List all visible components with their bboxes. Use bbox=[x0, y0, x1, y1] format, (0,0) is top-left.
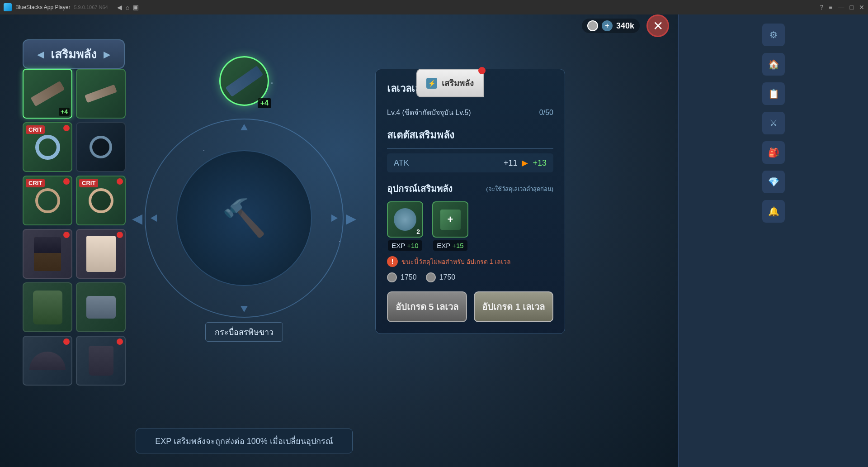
item-shape-gun2 bbox=[85, 85, 117, 103]
right-float-panel[interactable]: ⚡ เสริมพลัง bbox=[416, 69, 484, 97]
item-shape-hat bbox=[29, 352, 66, 370]
bluestacks-bar: BlueStacks App Player 5.9.0.1067 N64 ◀ ⌂… bbox=[0, 0, 868, 14]
item-slot-4[interactable]: CRIT bbox=[23, 176, 72, 225]
game-area: + 340k ✕ ◀ เสริมพลัง ▶ +4 CRIT CR bbox=[0, 14, 678, 467]
item-slot-0[interactable]: +4 bbox=[23, 69, 72, 119]
cost-amount-0: 1750 bbox=[401, 273, 417, 281]
panel-nav-left[interactable]: ◀ bbox=[37, 49, 44, 60]
item-10-badge bbox=[63, 338, 70, 345]
item-2-badge bbox=[63, 125, 70, 131]
weapon-name-tag: กระบื่อสรพิษขาว bbox=[205, 322, 283, 342]
item-11-badge bbox=[117, 338, 123, 345]
upgrade-buttons: อัปเกรด 5 เลเวล อัปเกรด 1 เลเวล bbox=[387, 291, 553, 322]
item-shape-boots bbox=[89, 346, 113, 376]
currency-icon bbox=[587, 20, 598, 31]
right-float-badge bbox=[478, 67, 486, 74]
sidebar-btn-5[interactable]: 💎 bbox=[762, 171, 785, 193]
material-exp-0: EXP +10 bbox=[388, 240, 422, 251]
home-btn[interactable]: ⌂ bbox=[126, 4, 129, 11]
maximize-btn[interactable]: □ bbox=[850, 4, 854, 11]
stat-name: ATK bbox=[394, 158, 499, 168]
warning-row: ! ขนะนี้วัสดุไม่พอสำหรับ อัปเกรด 1 เลเวล bbox=[387, 256, 553, 267]
cost-row: 1750 1750 bbox=[387, 272, 553, 282]
weapon-icon-large[interactable]: +4 bbox=[219, 56, 269, 106]
material-item-0[interactable]: 2 EXP +10 bbox=[387, 201, 423, 251]
item-slot-3[interactable] bbox=[76, 122, 126, 172]
item-4-crit: CRIT bbox=[26, 179, 45, 187]
material-shape-1: + bbox=[440, 210, 461, 230]
app-version: 5.9.0.1067 N64 bbox=[74, 5, 108, 10]
bottom-info-text: EXP เสริมพลังจะถูกส่งต่อ 100% เมื่อเปลี่… bbox=[155, 437, 333, 446]
currency-amount: 340k bbox=[616, 21, 634, 31]
material-icon-0: 2 bbox=[387, 201, 423, 238]
right-panel: เลเวลเสริมพลัง Lv.4 (ขีดจำกัดบัจจุบัน Lv… bbox=[375, 69, 565, 334]
right-float-icon: ⚡ bbox=[426, 78, 437, 89]
weapon-nav-right[interactable]: ▶ bbox=[346, 210, 356, 226]
add-currency-btn[interactable]: + bbox=[602, 20, 613, 31]
item-slot-7[interactable] bbox=[76, 229, 126, 279]
item-slot-6[interactable] bbox=[23, 229, 72, 279]
window-close-btn[interactable]: ✕ bbox=[859, 4, 864, 11]
sidebar-btn-0[interactable]: ⚙ bbox=[762, 24, 785, 46]
materials-row: 2 EXP +10 + EXP +15 bbox=[387, 201, 553, 251]
weapon-level-badge: +4 bbox=[258, 98, 271, 108]
right-sidebar: ⚙ 🏠 📋 ⚔ 🎒 💎 🔔 bbox=[678, 14, 868, 467]
item-shape-char bbox=[34, 237, 61, 271]
sidebar-btn-3[interactable]: ⚔ bbox=[762, 112, 785, 134]
history-btn[interactable]: ▣ bbox=[133, 4, 139, 11]
item-shape-gun bbox=[30, 81, 65, 107]
cost-coin-1 bbox=[426, 272, 436, 282]
materials-header: อุปกรณ์เสริมพลัง (จะใช้วัสดุเลเวลต่ำสุดก… bbox=[387, 181, 553, 196]
level-label: Lv.4 (ขีดจำกัดบัจจุบัน Lv.5) bbox=[387, 107, 471, 118]
stats-section-title: สเตตัสเสริมพลัง bbox=[387, 127, 553, 149]
bluestacks-logo bbox=[4, 3, 12, 11]
sidebar-btn-4[interactable]: 🎒 bbox=[762, 141, 785, 164]
upgrade-5-btn[interactable]: อัปเกรด 5 เลเวล bbox=[387, 291, 467, 322]
menu-btn[interactable]: ≡ bbox=[829, 4, 832, 11]
item-5-badge bbox=[117, 178, 123, 185]
cost-item-0: 1750 bbox=[387, 272, 417, 282]
stat-row-atk: ATK +11 ▶ +13 bbox=[387, 153, 553, 172]
panel-nav-right[interactable]: ▶ bbox=[104, 49, 110, 60]
item-slot-10[interactable] bbox=[23, 336, 72, 386]
panel-title-bar: ◀ เสริมพลัง ▶ bbox=[23, 39, 125, 69]
app-title: BlueStacks App Player bbox=[15, 4, 70, 10]
item-slot-5[interactable]: CRIT bbox=[76, 176, 126, 225]
item-0-level: +4 bbox=[59, 108, 70, 116]
item-slot-1[interactable] bbox=[76, 69, 126, 119]
panel-close-btn[interactable]: ✕ bbox=[646, 14, 669, 37]
weapon-display: +4 🔨 ◀ ▶ กระบื่อสรพิษขาว bbox=[136, 69, 353, 367]
cost-coin-0 bbox=[387, 272, 397, 282]
upgrade-1-btn[interactable]: อัปเกรด 1 เลเวล bbox=[474, 291, 554, 322]
material-item-1[interactable]: + EXP +15 bbox=[432, 201, 468, 251]
bottom-info: EXP เสริมพลังจะถูกส่งต่อ 100% เมื่อเปลี่… bbox=[136, 429, 353, 453]
weapon-circle-outer: +4 🔨 ◀ ▶ กระบื่อสรพิษขาว bbox=[145, 119, 344, 318]
warning-icon: ! bbox=[387, 256, 398, 267]
material-count-0: 2 bbox=[416, 228, 420, 235]
sidebar-btn-6[interactable]: 🔔 bbox=[762, 200, 785, 223]
cost-item-1: 1750 bbox=[426, 272, 456, 282]
stat-before: +11 bbox=[504, 158, 518, 168]
minimize-btn[interactable]: — bbox=[838, 4, 844, 11]
material-shape-0 bbox=[394, 208, 416, 231]
hammer-icon: 🔨 bbox=[222, 197, 267, 239]
stats-section: สเตตัสเสริมพลัง ATK +11 ▶ +13 bbox=[387, 127, 553, 172]
sidebar-btn-1[interactable]: 🏠 bbox=[762, 53, 785, 76]
stat-arrow: ▶ bbox=[522, 158, 528, 168]
sidebar-btn-2[interactable]: 📋 bbox=[762, 82, 785, 105]
tri-bottom bbox=[241, 306, 248, 312]
currency-display: + 340k bbox=[582, 19, 640, 33]
item-slot-8[interactable] bbox=[23, 282, 72, 332]
item-shape-gauntlet bbox=[86, 296, 116, 319]
item-shape-ring bbox=[35, 135, 60, 160]
item-slot-9[interactable] bbox=[76, 282, 126, 332]
back-btn[interactable]: ◀ bbox=[117, 4, 122, 11]
help-btn[interactable]: ? bbox=[820, 4, 824, 11]
item-slot-2[interactable]: CRIT bbox=[23, 122, 72, 172]
item-slot-11[interactable] bbox=[76, 336, 126, 386]
panel-title: เสริมพลัง bbox=[51, 45, 97, 63]
item-grid: +4 CRIT CRIT CRIT bbox=[23, 69, 126, 386]
item-5-crit: CRIT bbox=[79, 179, 98, 187]
weapon-nav-left[interactable]: ◀ bbox=[132, 210, 142, 226]
materials-section: อุปกรณ์เสริมพลัง (จะใช้วัสดุเลเวลต่ำสุดก… bbox=[387, 181, 553, 282]
